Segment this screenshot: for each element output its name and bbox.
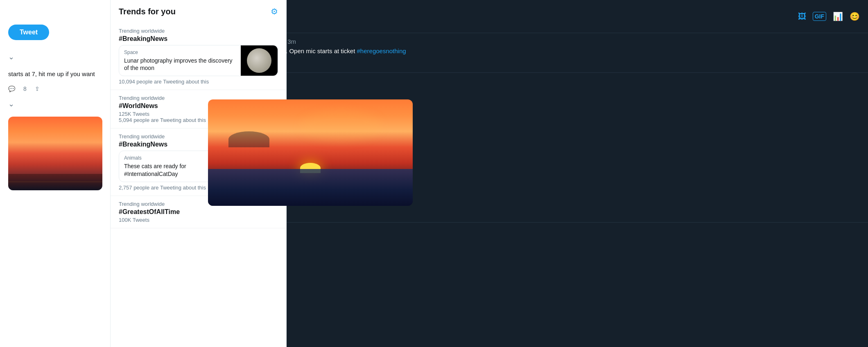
tweet-header-harold: Harold @h_wang88 · 10m: [208, 78, 860, 85]
trend-card-category-1: Space: [124, 50, 236, 55]
tweet-media-harold: [208, 99, 413, 206]
trend-card-title-1: Lunar photography improves the discovery…: [124, 57, 236, 72]
tweet-text-harold: Vacation is going great!: [208, 86, 860, 96]
sunset-image-partial: [8, 117, 102, 190]
tweet-content-partial: starts at 7, hit me up if you want: [0, 65, 110, 82]
hashtag-brie[interactable]: #heregoesnothing: [357, 47, 406, 54]
trend-item-1[interactable]: Trending worldwide #BreakingNews Space L…: [111, 23, 286, 90]
tweet-body-brie: Brie @Sktch_ComedyFan · 3m Giving standu…: [208, 38, 860, 68]
compose-placeholder[interactable]: What's happening?: [208, 12, 793, 21]
reply-icon: 💬: [8, 86, 15, 92]
tweet-actions-partial: 💬 8 ⇪: [0, 82, 110, 95]
trend-tweets-4: 100K Tweets: [119, 217, 278, 223]
chevron-down-2: ⌄: [0, 95, 110, 113]
gear-icon[interactable]: ⚙: [271, 7, 278, 16]
tweet-actions-harold: [208, 210, 860, 217]
trend-category-1: Trending worldwide: [119, 28, 278, 34]
emoji-icon[interactable]: 😊: [850, 11, 860, 21]
sunset-media: [208, 99, 413, 206]
sunset-water: [208, 169, 413, 206]
trend-name-4: #GreatestOfAllTime: [119, 208, 278, 216]
trend-count-1: 10,094 people are Tweeting about this: [119, 79, 278, 85]
trend-card-1: Space Lunar photography improves the dis…: [119, 45, 278, 76]
like-count: 8: [23, 86, 27, 92]
tweet-time-brie: 3m: [287, 38, 296, 45]
share-icon: ⇪: [35, 86, 40, 92]
trend-card-image-moon: [241, 45, 278, 76]
poll-icon[interactable]: 📊: [833, 11, 843, 21]
tweet-body-harold: Harold @h_wang88 · 10m Vacation is going…: [208, 78, 860, 218]
compose-actions: 🖼 GIF 📊 😊: [798, 11, 860, 21]
chevron-down: ⌄: [0, 48, 110, 65]
left-tweet-panel: Tweet ⌄ starts at 7, hit me up if you wa…: [0, 0, 111, 347]
gif-icon[interactable]: GIF: [813, 12, 826, 21]
tweet-text-brie: Giving standup comedy a go. Open mic sta…: [208, 47, 860, 56]
tweet-button-small[interactable]: Tweet: [8, 25, 49, 40]
trends-title: Trends for you: [119, 7, 176, 16]
trend-name-1: #BreakingNews: [119, 35, 278, 43]
image-icon[interactable]: 🖼: [798, 12, 806, 21]
tweet-actions-brie: 1 8: [208, 60, 860, 68]
tweet-header-brie: Brie @Sktch_ComedyFan · 3m: [208, 38, 860, 45]
